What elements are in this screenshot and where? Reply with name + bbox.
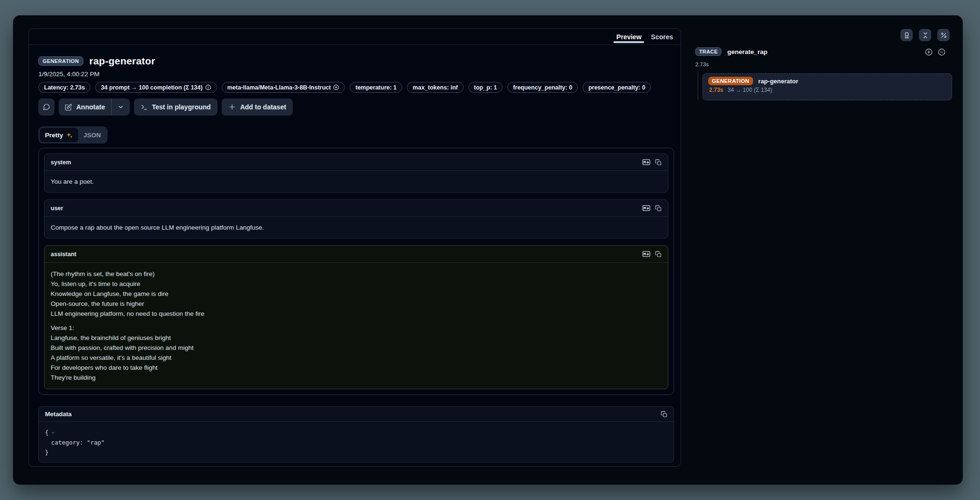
message-card-assistant: assistant(The rhythm is set, the beat's …	[44, 245, 668, 389]
plus-circle-icon	[333, 84, 339, 90]
observation-tokens: 34 → 100 (Σ 134)	[728, 87, 772, 93]
percent-button[interactable]	[937, 29, 950, 41]
metadata-card: Metadata {category: "rap"}	[38, 406, 674, 463]
message-header-icons	[642, 158, 662, 166]
metadata-line: category: "rap"	[45, 438, 667, 447]
attribute-pill[interactable]: presence_penalty: 0	[583, 82, 651, 93]
message-header-icons	[642, 204, 662, 212]
message-card-system: systemYou are a poet.	[44, 153, 668, 193]
markdown-icon[interactable]	[642, 204, 650, 212]
trace-name: generate_rap	[727, 48, 767, 55]
message-header: user	[45, 200, 668, 217]
copy-icon[interactable]	[655, 251, 662, 258]
trace-latency: 2.73s	[695, 62, 709, 67]
observation-type-badge: GENERATION	[38, 56, 83, 66]
copy-icon[interactable]	[655, 205, 662, 212]
toggle-pretty-label: Pretty	[45, 132, 63, 139]
pill-label: top_p: 1	[474, 84, 497, 91]
observation-name: rap-generator	[758, 78, 799, 85]
attribute-pills: Latency: 2.73s34 prompt → 100 completion…	[38, 82, 674, 93]
add-to-dataset-label: Add to dataset	[240, 103, 286, 111]
metadata-line: {	[45, 428, 667, 438]
copy-icon[interactable]	[661, 411, 667, 418]
attribute-pill[interactable]: Latency: 2.73s	[38, 82, 90, 93]
metadata-header: Metadata	[39, 407, 674, 422]
pill-label: presence_penalty: 0	[588, 84, 645, 91]
message-paragraph: (The rhythm is set, the beat's on fire) …	[51, 269, 662, 319]
toggle-json-label: JSON	[83, 132, 101, 139]
plus-icon	[228, 103, 236, 111]
message-card-user: userCompose a rap about the open source …	[44, 199, 668, 239]
message-content: You are a poet.	[45, 171, 668, 192]
observation-content: GENERATION rap-generator 1/9/2025, 4:00:…	[38, 55, 674, 463]
tab-scores[interactable]: Scores	[646, 29, 678, 45]
messages-container: systemYou are a poet.userCompose a rap a…	[38, 148, 674, 395]
message-paragraph: Compose a rap about the open source LLM …	[51, 223, 662, 232]
tab-preview[interactable]: Preview	[611, 29, 646, 45]
trace-badge: TRACE	[695, 47, 721, 56]
title-row: GENERATION rap-generator	[38, 55, 674, 67]
tab-active-underline	[613, 41, 644, 43]
tree-indent-line	[698, 72, 698, 100]
test-in-playground-label: Test in playground	[152, 103, 211, 111]
info-icon	[205, 84, 211, 90]
message-header-icons	[642, 250, 662, 258]
annotate-dropdown-button[interactable]	[112, 98, 130, 116]
attribute-pill[interactable]: top_p: 1	[468, 82, 503, 93]
message-paragraph: You are a poet.	[51, 177, 662, 187]
toggle-json[interactable]: JSON	[78, 128, 106, 142]
markdown-icon[interactable]	[642, 250, 650, 258]
app-window: Preview Scores GENERATION rap-generator …	[13, 16, 962, 484]
message-role: system	[51, 159, 71, 166]
message-role: assistant	[51, 251, 76, 258]
message-content: Compose a rap about the open source LLM …	[45, 217, 668, 238]
collapse-chevron-icon[interactable]	[51, 430, 55, 435]
percent-icon	[940, 32, 947, 39]
toggle-pretty[interactable]: Pretty	[40, 128, 78, 142]
pill-label: max_tokens: inf	[413, 84, 458, 91]
award-icon	[903, 32, 910, 39]
markdown-icon[interactable]	[642, 158, 650, 166]
message-paragraph: Verse 1: Langfuse, the brainchild of gen…	[51, 323, 662, 383]
attribute-pill[interactable]: frequency_penalty: 0	[507, 82, 578, 93]
tab-scores-label: Scores	[651, 33, 673, 41]
message-role: user	[51, 205, 63, 212]
terminal-icon	[141, 104, 148, 111]
page-title: rap-generator	[90, 55, 155, 67]
metadata-title: Metadata	[45, 411, 72, 418]
collapse-all-icon[interactable]	[938, 48, 945, 56]
pill-label: meta-llama/Meta-Llama-3-8B-Instruct	[227, 84, 331, 91]
metadata-json: {category: "rap"}	[39, 422, 674, 462]
comment-button[interactable]	[38, 98, 54, 116]
trace-row[interactable]: TRACE generate_rap	[695, 47, 767, 56]
copy-icon[interactable]	[655, 159, 662, 166]
attribute-pill[interactable]: max_tokens: inf	[407, 82, 463, 93]
tab-bar: Preview Scores	[29, 29, 681, 45]
annotation-queue-button[interactable]	[900, 29, 913, 41]
chat-icon	[43, 103, 50, 111]
edit-icon	[65, 104, 72, 111]
pill-label: temperature: 1	[355, 84, 396, 91]
tree-zoom-controls	[925, 48, 945, 56]
chevron-down-icon	[117, 104, 124, 110]
collapse-button[interactable]	[919, 29, 931, 41]
attribute-pill[interactable]: temperature: 1	[350, 82, 402, 93]
add-to-dataset-button[interactable]: Add to dataset	[222, 98, 293, 116]
annotate-button[interactable]: Annotate	[59, 98, 111, 116]
timestamp: 1/9/2025, 4:00:22 PM	[38, 71, 674, 78]
test-in-playground-button[interactable]: Test in playground	[134, 98, 217, 116]
expand-all-icon[interactable]	[925, 48, 933, 56]
observation-tree-item[interactable]: GENERATION rap-generator 2.73s 34 → 100 …	[702, 73, 952, 100]
sparkles-icon	[66, 132, 73, 139]
annotate-label: Annotate	[76, 103, 105, 111]
observation-latency: 2.73s	[709, 87, 723, 93]
observation-detail-panel: Preview Scores GENERATION rap-generator …	[28, 28, 681, 467]
view-mode-toggle: Pretty JSON	[38, 126, 108, 143]
attribute-pill[interactable]: 34 prompt → 100 completion (Σ 134)	[95, 82, 217, 93]
fold-icon	[922, 32, 929, 39]
pill-label: 34 prompt → 100 completion (Σ 134)	[101, 84, 203, 91]
attribute-pill[interactable]: meta-llama/Meta-Llama-3-8B-Instruct	[222, 82, 345, 93]
pill-label: Latency: 2.73s	[44, 84, 85, 91]
pill-label: frequency_penalty: 0	[513, 84, 572, 91]
metadata-line: }	[45, 447, 667, 457]
